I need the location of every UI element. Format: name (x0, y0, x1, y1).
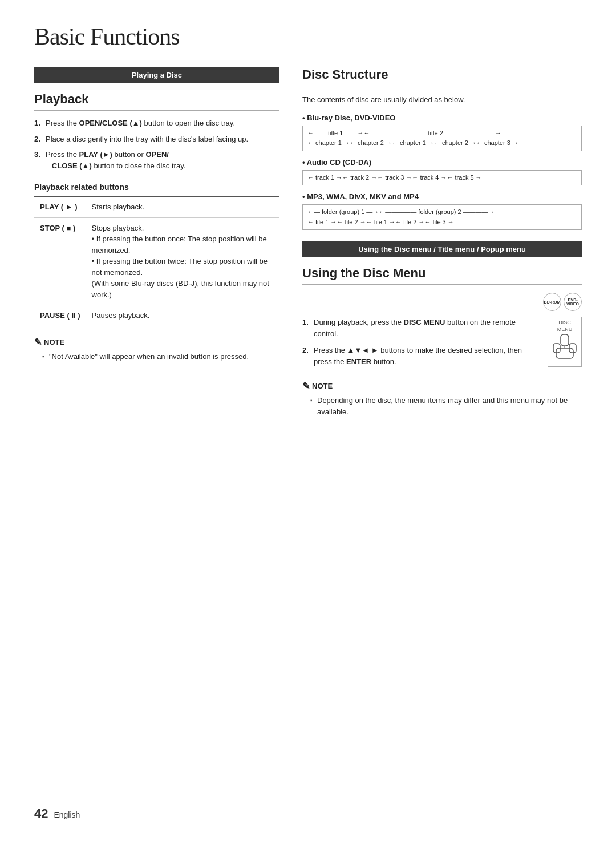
svg-rect-0 (561, 334, 569, 346)
step-num-1: 1. (34, 118, 40, 129)
left-column: Playing a Disc Playback 1. Press the OPE… (34, 67, 279, 362)
page-lang: English (54, 810, 80, 819)
note-item-1: "Not Available" will appear when an inva… (42, 351, 279, 362)
remote-illustration: DISC MENU (548, 317, 582, 366)
playing-a-disc-header: Playing a Disc (34, 67, 279, 83)
disc-menu-bold: DISC MENU (404, 318, 445, 326)
disc-type-mp3-label: MP3, WMA, DivX, MKV and MP4 (307, 192, 419, 201)
audiocd-line-1: ← track 1 →← track 2 →← track 3 →← track… (307, 173, 577, 183)
page-number: 42 (34, 806, 48, 821)
btn-desc-stop: Stops playback. • If pressing the button… (86, 217, 279, 305)
btn-name-pause: PAUSE ( II ) (34, 305, 86, 326)
step-num-2: 2. (34, 134, 40, 145)
disc-type-bluray: Blu-ray Disc, DVD-VIDEO (302, 114, 582, 122)
bd-dvd-icons: BD-ROM DVD-VIDEO (302, 293, 582, 311)
hand-icon (550, 333, 579, 362)
step-num-3: 3. (34, 149, 40, 160)
note-label-left: NOTE (44, 338, 64, 346)
disc-type-audiocd-label: Audio CD (CD-DA) (307, 158, 371, 167)
disc-intro-text: The contents of disc are usually divided… (302, 94, 582, 106)
note-title-right: ✎ NOTE (302, 381, 582, 391)
mp3-diagram: ←— folder (group) 1 —→←————— folder (gro… (302, 204, 582, 230)
playback-step-1: 1. Press the OPEN/CLOSE (▲) button to op… (34, 118, 279, 129)
playback-buttons-subtitle: Playback related buttons (34, 183, 279, 192)
disc-menu-step-num-2: 2. (302, 345, 309, 356)
note-title-left: ✎ NOTE (34, 337, 279, 348)
disc-menu-note-1: Depending on the disc, the menu items ma… (310, 395, 582, 417)
play-bold: PLAY (►) (79, 150, 112, 159)
disc-menu-step-num-1: 1. (302, 317, 309, 328)
table-row-stop: STOP ( ■ ) Stops playback. • If pressing… (34, 217, 279, 305)
disc-type-bluray-label: Blu-ray Disc, DVD-VIDEO (307, 114, 395, 122)
note-icon-right: ✎ (302, 381, 310, 391)
dvd-video-icon: DVD-VIDEO (564, 293, 582, 311)
disc-menu-steps: 1. During playback, press the DISC MENU … (302, 317, 542, 367)
note-label-right: NOTE (312, 382, 333, 390)
enter-bold: ENTER (346, 357, 371, 366)
mp3-line-1: ←— folder (group) 1 —→←————— folder (gro… (307, 207, 577, 217)
disc-menu-step-2: 2. Press the ▲▼◄ ► buttons to make the d… (302, 345, 542, 367)
disc-type-audiocd: Audio CD (CD-DA) (302, 158, 582, 167)
playback-step-2: 2. Place a disc gently into the tray wit… (34, 134, 279, 145)
note-list-left: "Not Available" will appear when an inva… (34, 351, 279, 362)
btn-name-stop: STOP ( ■ ) (34, 217, 86, 305)
bluray-line-1: ←—— title 1 ——→←————————— title 2 ——————… (307, 128, 577, 139)
disc-menu-header: Using the Disc menu / Title menu / Popup… (302, 241, 582, 257)
open-close-bold-1: OPEN/CLOSE (▲) (79, 119, 142, 127)
note-list-right: Depending on the disc, the menu items ma… (302, 395, 582, 417)
disc-structure-title: Disc Structure (302, 67, 582, 86)
page-footer: 42 English (34, 806, 80, 821)
note-box-left: ✎ NOTE "Not Available" will appear when … (34, 337, 279, 362)
right-column: Disc Structure The contents of disc are … (302, 67, 582, 417)
page-title: Basic Functions (34, 23, 582, 50)
playback-steps: 1. Press the OPEN/CLOSE (▲) button to op… (34, 118, 279, 171)
bluray-line-2: ← chapter 1 →← chapter 2 →← chapter 1 →←… (307, 138, 577, 148)
note-box-right: ✎ NOTE Depending on the disc, the menu i… (302, 381, 582, 417)
disc-menu-label-small: DISC MENU (550, 320, 579, 333)
disc-menu-steps-wrapper: 1. During playback, press the DISC MENU … (302, 317, 542, 373)
table-row-pause: PAUSE ( II ) Pauses playback. (34, 305, 279, 326)
main-content: Playing a Disc Playback 1. Press the OPE… (34, 67, 582, 417)
bd-rom-icon: BD-ROM (543, 293, 561, 311)
mp3-line-2: ← file 1 →← file 2 →← file 1 →← file 2 →… (307, 217, 577, 228)
disc-menu-button-image: DISC MENU (548, 317, 582, 366)
buttons-table: PLAY ( ► ) Starts playback. STOP ( ■ ) S… (34, 196, 279, 326)
btn-desc-play: Starts playback. (86, 197, 279, 218)
table-row-play: PLAY ( ► ) Starts playback. (34, 197, 279, 218)
disc-type-mp3: MP3, WMA, DivX, MKV and MP4 (302, 192, 582, 201)
note-icon-left: ✎ (34, 337, 42, 348)
svg-rect-3 (556, 348, 573, 358)
btn-name-play: PLAY ( ► ) (34, 197, 86, 218)
disc-menu-step-1: 1. During playback, press the DISC MENU … (302, 317, 542, 339)
bluray-diagram: ←—— title 1 ——→←————————— title 2 ——————… (302, 126, 582, 151)
audiocd-diagram: ← track 1 →← track 2 →← track 3 →← track… (302, 170, 582, 186)
playback-title: Playback (34, 92, 279, 111)
playback-step-3: 3. Press the PLAY (►) button or OPEN/ CL… (34, 149, 279, 171)
disc-menu-content: 1. During playback, press the DISC MENU … (302, 317, 582, 373)
btn-desc-pause: Pauses playback. (86, 305, 279, 326)
disc-menu-title: Using the Disc Menu (302, 266, 582, 285)
